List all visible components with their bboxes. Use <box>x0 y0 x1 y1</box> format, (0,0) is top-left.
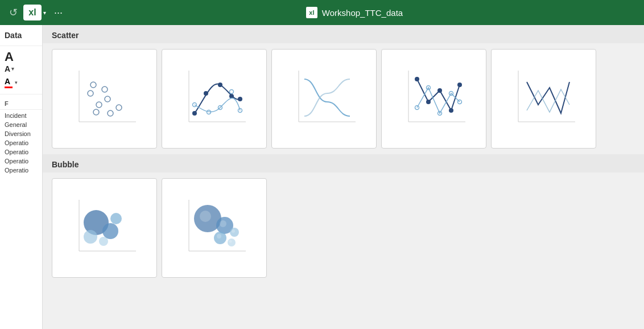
svg-point-44 <box>99 237 108 246</box>
svg-point-28 <box>437 88 442 93</box>
sidebar-data-item: Operatio <box>0 157 42 166</box>
font-color-row: A ▾ <box>0 75 42 91</box>
svg-point-5 <box>105 96 110 102</box>
scatter-smooth-lines-card[interactable] <box>271 49 377 149</box>
bubble-3d-chart <box>175 191 254 265</box>
sidebar-data-item: General <box>0 120 42 129</box>
bubble-basic-card[interactable] <box>52 178 157 278</box>
svg-point-4 <box>93 109 99 115</box>
font-color-button[interactable]: A <box>5 77 13 88</box>
scatter-straight-lines-markers-card[interactable] <box>381 49 486 149</box>
svg-point-15 <box>229 94 234 98</box>
scatter-straight-lines-markers-chart <box>394 62 474 136</box>
app-dropdown-arrow[interactable]: ▾ <box>43 10 46 16</box>
svg-point-9 <box>90 82 96 88</box>
svg-point-52 <box>217 234 221 238</box>
svg-point-41 <box>102 223 118 239</box>
svg-point-43 <box>84 230 97 244</box>
file-icon-label: xl <box>309 9 314 16</box>
file-title: Workshop_TTC_data <box>322 8 403 18</box>
scatter-section-header: Scatter <box>43 25 644 43</box>
scatter-smooth-lines-markers-card[interactable] <box>162 49 267 149</box>
svg-point-2 <box>88 91 93 96</box>
svg-point-42 <box>110 213 122 224</box>
bubble-3d-card[interactable] <box>162 178 267 278</box>
svg-point-54 <box>232 229 235 233</box>
scatter-smooth-lines-markers-chart <box>175 62 254 136</box>
svg-point-55 <box>228 238 236 246</box>
scatter-basic-chart <box>65 62 145 136</box>
sidebar-header: Data <box>0 25 42 46</box>
svg-point-30 <box>457 83 462 87</box>
sidebar-data-item: Operatio <box>0 166 42 175</box>
svg-point-26 <box>415 77 419 81</box>
chart-picker-panel: Scatter <box>43 25 644 329</box>
sidebar-data-item: Diversion <box>0 129 42 138</box>
bubble-section-header: Bubble <box>43 154 644 172</box>
svg-point-48 <box>200 211 211 222</box>
app-icon: xl <box>23 5 42 20</box>
undo-button[interactable]: ↺ <box>7 4 20 21</box>
bubble-basic-chart <box>65 191 145 265</box>
sidebar-data-rows: IncidentGeneralDiversionOperatioOperatio… <box>0 110 42 176</box>
sidebar-data-item: Incident <box>0 111 42 120</box>
svg-point-3 <box>96 102 102 108</box>
svg-point-6 <box>108 110 113 116</box>
svg-point-13 <box>204 91 208 96</box>
svg-point-7 <box>116 105 122 110</box>
sidebar-row-label: F <box>0 98 42 110</box>
title-center: xl Workshop_TTC_data <box>72 7 637 18</box>
sidebar-data-item: Operatio <box>0 147 42 157</box>
title-bar-left: ↺ xl ▾ ··· <box>7 4 67 21</box>
font-color-dropdown-arrow[interactable]: ▾ <box>15 80 18 85</box>
svg-point-16 <box>238 97 242 101</box>
file-icon: xl <box>306 7 317 18</box>
svg-point-50 <box>220 220 226 227</box>
sidebar-divider-1 <box>0 94 42 94</box>
svg-point-27 <box>426 100 431 104</box>
more-options-button[interactable]: ··· <box>49 5 67 21</box>
sidebar-data-item: Operatio <box>0 138 42 147</box>
svg-point-8 <box>102 87 108 92</box>
svg-point-12 <box>192 111 197 116</box>
scatter-chart-grid <box>43 43 644 154</box>
app-icon-label: xl <box>28 7 36 18</box>
scatter-smooth-lines-chart <box>284 62 364 136</box>
scatter-straight-lines-chart <box>504 62 584 136</box>
scatter-basic-card[interactable] <box>52 49 157 149</box>
svg-point-14 <box>218 83 222 87</box>
svg-point-56 <box>229 240 232 242</box>
font-size-small-button[interactable]: A ▾ <box>0 63 42 75</box>
font-size-dropdown-arrow[interactable]: ▾ <box>11 66 14 72</box>
scatter-straight-lines-card[interactable] <box>491 49 596 149</box>
title-bar: ↺ xl ▾ ··· xl Workshop_TTC_data <box>0 0 644 25</box>
svg-point-20 <box>229 89 233 93</box>
svg-point-29 <box>449 108 453 113</box>
font-size-large-button[interactable]: A <box>0 46 42 63</box>
bubble-chart-grid <box>43 172 644 289</box>
left-sidebar: Data A A ▾ A ▾ F IncidentGeneralDiversio… <box>0 25 43 329</box>
font-color-underline <box>5 87 13 88</box>
